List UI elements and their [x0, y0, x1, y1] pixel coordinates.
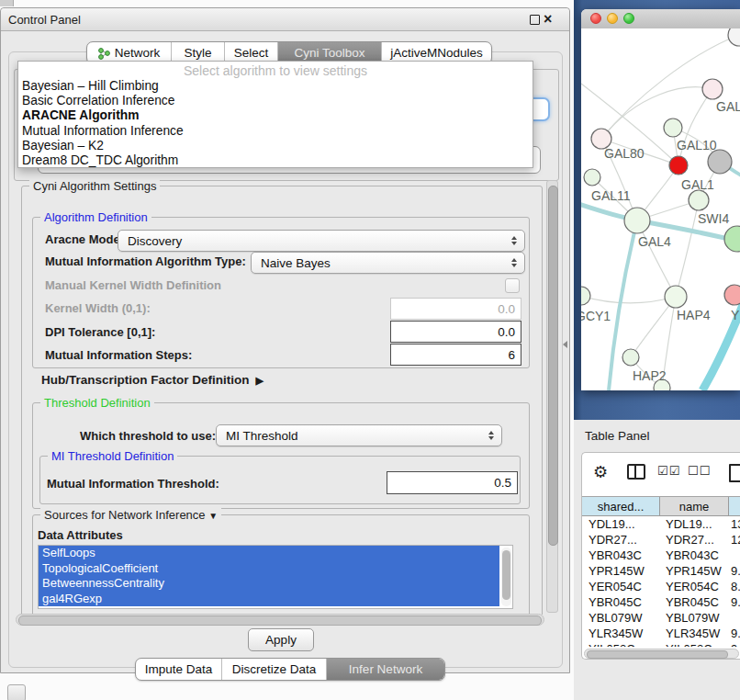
node-label-GAL10: GAL10 [677, 138, 717, 152]
settings-gear-icon[interactable]: ⚙ [593, 464, 608, 480]
settings-vertical-scrollbar[interactable] [546, 180, 558, 613]
mi-steps-field[interactable]: 6 [390, 344, 521, 366]
table-cell [729, 610, 740, 626]
hub-definition-label: Hub/Transcription Factor Definition [41, 373, 250, 387]
table-scrollbar-thumb[interactable] [587, 650, 728, 659]
which-threshold-select[interactable]: MI Threshold [216, 424, 502, 446]
vertical-scrollbar-thumb[interactable] [548, 186, 558, 546]
table-row[interactable]: YBL079WYBL079W [582, 610, 740, 626]
select-all-columns-icon[interactable]: ☑☑ [657, 464, 680, 478]
node-GAL10[interactable] [669, 156, 688, 175]
collapse-down-icon: ▼ [208, 511, 218, 521]
apply-button[interactable]: Apply [248, 628, 314, 651]
table-row[interactable]: YPR145WYPR145W9. [582, 563, 740, 579]
column-header-partial[interactable] [729, 497, 740, 516]
table-row[interactable]: YER054CYER054C8. [582, 579, 740, 594]
table-row[interactable]: YLR345WYLR345W9. [582, 626, 740, 641]
node-gal-partial[interactable] [702, 79, 723, 99]
zoom-window-icon[interactable] [623, 13, 634, 24]
node-GCY1[interactable] [581, 287, 590, 305]
dropdown-item[interactable]: Dream8 DC_TDC Algorithm [22, 153, 529, 168]
mi-type-value: Naive Bayes [261, 256, 331, 270]
dropdown-item[interactable]: Basic Correlation Inference [22, 94, 529, 108]
tab-impute-data[interactable]: Impute Data [136, 659, 222, 680]
dpi-tolerance-field[interactable]: 0.0 [390, 321, 521, 343]
dropdown-item[interactable]: Bayesian – K2 [22, 139, 529, 153]
sources-group-title[interactable]: Sources for Network Inference ▼ [40, 508, 221, 522]
node-table: shared...name YDL19...YDL19...13YDR27...… [582, 496, 740, 516]
node-GAL4[interactable] [624, 208, 650, 233]
attributes-list-scrollbar[interactable] [501, 548, 511, 606]
node-green-top[interactable] [664, 119, 682, 137]
table-cell: YDR27... [582, 532, 660, 548]
network-canvas[interactable]: GALGAL80GAL10GAL11GAL1SWI4GAL4GCY1HAP4YH… [581, 28, 740, 390]
node-label-GAL11: GAL11 [591, 188, 631, 203]
node-label-Y: Y [731, 308, 740, 322]
deselect-columns-icon[interactable]: ☐☐ [688, 464, 711, 478]
aracne-mode-label: Aracne Mode: [45, 232, 124, 246]
tab-infer-network[interactable]: Infer Network [327, 659, 444, 680]
node-partial-top[interactable] [728, 28, 740, 46]
node-SWI4[interactable] [724, 226, 740, 252]
split-pane-handle[interactable] [563, 341, 567, 348]
float-window-button[interactable] [530, 15, 540, 25]
mi-threshold-field[interactable]: 0.5 [387, 471, 518, 494]
data-attributes-list: SelfLoopsTopologicalCoefficientBetweenne… [38, 545, 513, 609]
close-panel-button[interactable]: × [544, 9, 552, 29]
node-GAL1[interactable] [689, 190, 709, 210]
control-panel-titlebar[interactable]: Control Panel × [1, 8, 569, 31]
attribute-item[interactable]: BetweennessCentrality [39, 576, 499, 592]
table-cell: YBR043C [660, 548, 729, 563]
minimize-window-icon[interactable] [607, 13, 618, 24]
aracne-mode-select[interactable]: Discovery [118, 230, 525, 252]
manual-kernel-checkbox[interactable] [505, 278, 520, 293]
table-row[interactable]: YIL052CYIL052C9. [582, 641, 740, 647]
tab-discretize-data[interactable]: Discretize Data [222, 659, 327, 680]
bottom-left-corner-button[interactable] [7, 684, 26, 700]
manual-kernel-label: Manual Kernel Width Definition [45, 278, 221, 292]
mi-threshold-group-title: MI Threshold Definition [48, 449, 177, 463]
attribute-item[interactable]: SelfLoops [39, 546, 499, 561]
node-label-GAL80: GAL80 [604, 146, 645, 161]
hub-definition-expander[interactable]: Hub/Transcription Factor Definition▶ [41, 373, 263, 387]
data-attributes-label: Data Attributes [38, 528, 123, 542]
dropdown-item[interactable]: ARACNE Algorithm [22, 108, 529, 123]
node-gray[interactable] [708, 150, 732, 174]
file-icon[interactable] [729, 464, 740, 482]
node-pink-right[interactable] [724, 285, 740, 305]
network-window: GALGAL80GAL10GAL11GAL1SWI4GAL4GCY1HAP4YH… [581, 9, 740, 390]
close-window-icon[interactable] [590, 13, 601, 24]
column-header-shared...[interactable]: shared... [582, 497, 660, 516]
kernel-width-field[interactable]: 0.0 [390, 298, 521, 320]
dropdown-item[interactable]: Mutual Information Inference [22, 124, 529, 139]
table-cell: 13 [729, 516, 740, 532]
table-cell: 12 [729, 532, 740, 548]
table-horizontal-scrollbar[interactable] [584, 649, 739, 659]
dropdown-item[interactable]: Bayesian – Hill Climbing [22, 79, 529, 94]
column-header-name[interactable]: name [660, 497, 729, 516]
table-row[interactable]: YDR27...YDR27...12 [582, 532, 740, 548]
which-threshold-label: Which threshold to use: [80, 429, 216, 443]
settings-horizontal-scrollbar[interactable] [16, 614, 544, 626]
node-label-GAL1: GAL1 [681, 177, 714, 192]
attribute-item[interactable]: TopologicalCoefficient [39, 561, 499, 577]
table-body: YDL19...YDL19...13YDR27...YDR27...12YBR0… [582, 516, 740, 647]
table-row[interactable]: YDL19...YDL19...13 [582, 516, 740, 532]
dropdown-prompt: Select algorithm to view settings [18, 63, 533, 78]
table-row[interactable]: YBR045CYBR045C9. [582, 594, 740, 610]
mi-type-select[interactable]: Naive Bayes [251, 252, 525, 274]
node-HAP2[interactable] [622, 349, 639, 366]
attribute-item[interactable]: gal4RGexp [39, 592, 499, 607]
table-row[interactable]: YBR043CYBR043C [582, 548, 740, 563]
settings-scroll-viewport: Cyni Algorithm Settings Algorithm Defini… [14, 177, 546, 615]
node-HAP4[interactable] [665, 286, 687, 308]
horizontal-scrollbar-thumb[interactable] [18, 615, 542, 626]
table-cell: YBR045C [582, 594, 660, 610]
table-cell: YBR045C [660, 594, 729, 610]
table-cell: YPR145W [582, 563, 660, 579]
table-cell: YDL19... [660, 516, 729, 532]
top-left-notch [0, 0, 14, 6]
split-columns-icon[interactable] [627, 464, 645, 480]
network-window-titlebar[interactable] [581, 9, 740, 29]
node-GAL11[interactable] [584, 169, 600, 186]
